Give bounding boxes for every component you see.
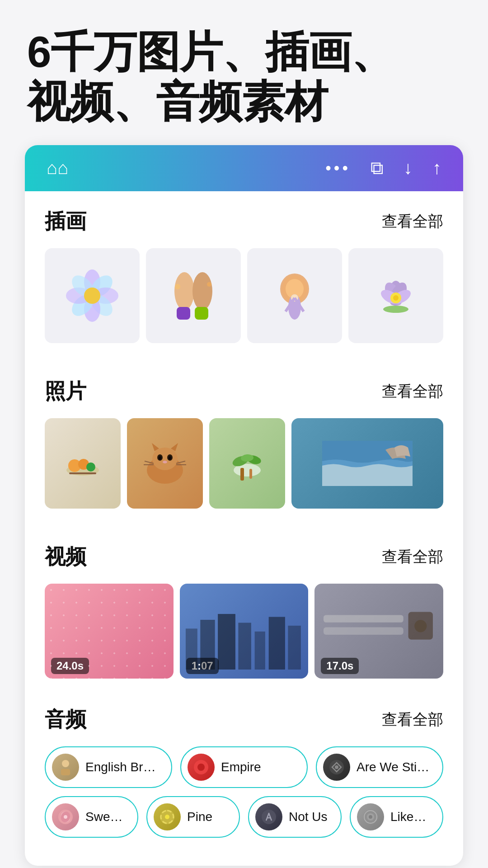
video-row: 24.0s 1:07 [45, 584, 443, 692]
svg-point-66 [62, 760, 69, 767]
svg-rect-52 [240, 468, 244, 481]
svg-point-82 [369, 815, 372, 819]
svg-point-69 [197, 764, 205, 771]
audio-thumb-notus [255, 803, 282, 830]
svg-point-10 [192, 272, 212, 310]
audio-name-sweethope: Sweet Hope [85, 810, 125, 824]
photo-cat[interactable] [127, 418, 203, 509]
photo-row [45, 418, 443, 522]
illustration-header: 插画 查看全部 [45, 208, 443, 236]
photo-header: 照片 查看全部 [45, 377, 443, 406]
svg-rect-11 [177, 307, 190, 320]
video-item-pink[interactable]: 24.0s [45, 584, 174, 679]
audio-chip-notus[interactable]: Not Us [248, 796, 342, 838]
svg-point-78 [262, 810, 276, 824]
svg-point-36 [152, 448, 178, 470]
illustration-view-all[interactable]: 查看全部 [382, 211, 443, 232]
svg-point-65 [415, 620, 427, 632]
svg-rect-63 [324, 627, 404, 634]
more-icon[interactable]: ••• [325, 159, 351, 178]
video-header: 视频 查看全部 [45, 543, 443, 571]
svg-point-14 [207, 282, 211, 287]
illust-item-flower[interactable] [45, 248, 140, 343]
audio-title: 音频 [45, 706, 86, 734]
illust-item-lotus[interactable] [348, 248, 443, 343]
audio-name-empire: Empire [221, 760, 261, 774]
illust-item-girl[interactable] [247, 248, 342, 343]
audio-name-likewhoa: Like Whoa [390, 810, 430, 824]
svg-rect-67 [61, 769, 70, 775]
audio-row-2: Sweet Hope Pine [45, 796, 443, 838]
audio-name-english: English Breakfast [85, 760, 159, 774]
photo-food[interactable] [45, 418, 121, 509]
svg-point-13 [175, 284, 180, 289]
svg-point-9 [174, 272, 194, 310]
download-icon[interactable]: ↓ [404, 158, 413, 178]
illustration-section: 插画 查看全部 [25, 191, 463, 361]
svg-rect-56 [200, 620, 215, 670]
video-badge-3: 17.0s [321, 658, 359, 674]
audio-thumb-likewhoa [357, 803, 384, 830]
illustration-title: 插画 [45, 208, 86, 236]
video-section: 视频 查看全部 24.0s 1:07 [25, 527, 463, 697]
svg-rect-53 [249, 469, 252, 479]
video-item-desk[interactable]: 17.0s [314, 584, 443, 679]
svg-point-75 [64, 815, 67, 819]
share-icon[interactable]: ↑ [432, 158, 441, 178]
audio-chip-pine[interactable]: Pine [146, 796, 240, 838]
audio-header: 音频 查看全部 [45, 706, 443, 734]
audio-chip-empire[interactable]: Empire [180, 746, 308, 788]
photo-title: 照片 [45, 377, 86, 406]
svg-point-33 [86, 462, 95, 472]
audio-name-notus: Not Us [289, 810, 328, 824]
app-card: ⌂ ••• ⧉ ↓ ↑ 插画 查看全部 [25, 145, 463, 866]
audio-chip-likewhoa[interactable]: Like Whoa [350, 796, 443, 838]
audio-thumb-sweethope [52, 803, 79, 830]
photo-section: 照片 查看全部 [25, 361, 463, 527]
svg-rect-57 [218, 614, 235, 670]
audio-name-arewes: Are We Still in Love [357, 760, 430, 774]
svg-rect-55 [186, 628, 197, 670]
svg-rect-34 [69, 472, 96, 474]
audio-thumb-empire [188, 754, 215, 781]
audio-chip-sweethope[interactable]: Sweet Hope [45, 796, 138, 838]
audio-name-pine: Pine [187, 810, 212, 824]
hero-title: 6千万图片、插画、 视频、音频素材 [0, 0, 488, 145]
audio-thumb-arewes [323, 754, 350, 781]
video-title: 视频 [45, 543, 86, 571]
photo-view-all[interactable]: 查看全部 [382, 381, 443, 402]
svg-rect-61 [288, 626, 300, 670]
layers-icon[interactable]: ⧉ [371, 158, 384, 179]
video-item-city[interactable]: 1:07 [180, 584, 309, 679]
audio-section: 音频 查看全部 English Breakfast [25, 697, 463, 866]
svg-point-77 [165, 815, 169, 819]
svg-point-8 [84, 288, 100, 304]
svg-point-71 [335, 765, 338, 769]
audio-chip-english[interactable]: English Breakfast [45, 746, 172, 788]
audio-view-all[interactable]: 查看全部 [382, 709, 443, 730]
home-icon[interactable]: ⌂ [47, 158, 68, 178]
audio-row-1: English Breakfast Empire [45, 746, 443, 788]
illust-item-hands[interactable] [146, 248, 241, 343]
svg-rect-58 [238, 623, 251, 670]
svg-point-41 [159, 456, 161, 460]
svg-point-42 [169, 456, 171, 460]
svg-point-43 [163, 461, 167, 463]
svg-point-27 [383, 306, 408, 313]
audio-chip-arewes[interactable]: Are We Still in Love [316, 746, 443, 788]
audio-thumb-pine [154, 803, 181, 830]
illustration-row [45, 248, 443, 357]
svg-point-29 [393, 295, 399, 301]
svg-rect-12 [195, 307, 208, 320]
svg-rect-62 [324, 615, 404, 622]
video-view-all[interactable]: 查看全部 [382, 547, 443, 567]
photo-herb[interactable] [209, 418, 285, 509]
photo-sea[interactable] [291, 418, 443, 509]
svg-rect-59 [254, 632, 265, 670]
toolbar: ⌂ ••• ⧉ ↓ ↑ [25, 145, 463, 191]
svg-rect-60 [268, 617, 285, 669]
audio-thumb-english [52, 754, 79, 781]
